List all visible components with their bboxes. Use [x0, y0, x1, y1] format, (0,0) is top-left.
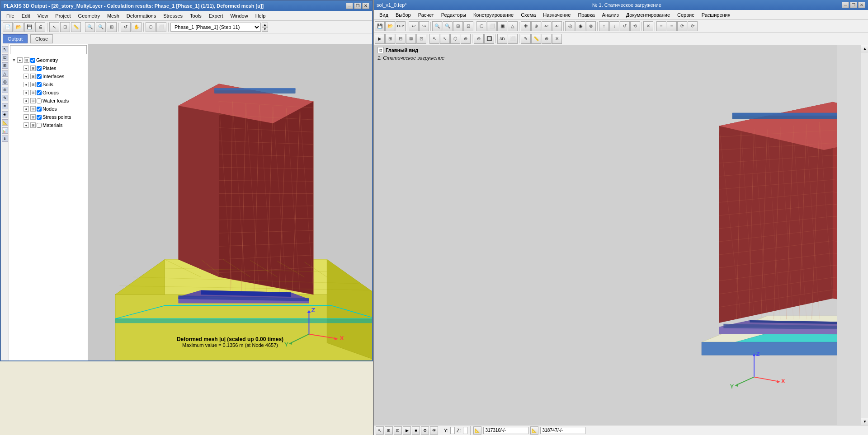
rt-more4[interactable]: ⟳ [688, 21, 698, 31]
zoom-in-btn[interactable]: 🔍 [85, 22, 95, 32]
rt2-15[interactable]: 📏 [531, 34, 541, 44]
bs-play[interactable]: ▶ [403, 426, 411, 435]
right-menu-schema[interactable]: Схема [517, 11, 539, 19]
rt-3d3[interactable]: ▣ [497, 21, 507, 31]
interfaces-checkbox[interactable] [37, 74, 42, 79]
menu-file[interactable]: File [3, 12, 18, 19]
menu-edit[interactable]: Edit [18, 12, 34, 19]
tree-item-nodes[interactable]: ▶ ● ⊞ Nodes [10, 105, 87, 113]
rt2-10[interactable]: ⊛ [474, 34, 484, 44]
rt2-14[interactable]: ✎ [521, 34, 531, 44]
right-menu-construction[interactable]: Конструирование [470, 11, 517, 19]
rt2-1[interactable]: ▶ [375, 34, 385, 44]
right-menu-view[interactable]: Вид [376, 11, 392, 19]
rt-load3[interactable]: ↺ [620, 21, 630, 31]
rt-save[interactable]: 💾 [375, 21, 385, 31]
rt-more2[interactable]: ≡ [667, 21, 677, 31]
rt2-13[interactable]: ⬜ [508, 34, 518, 44]
menu-window[interactable]: Window [227, 12, 252, 19]
soils-checkbox[interactable] [37, 82, 42, 87]
rt2-11[interactable]: 🔲 [484, 34, 494, 44]
icon-btn-3[interactable]: ⊞ [2, 62, 8, 69]
right-maximize-btn[interactable]: ❐ [850, 2, 857, 8]
stresspoints-visibility-icon[interactable]: ● [24, 114, 29, 120]
bs-coord2[interactable]: 📐 [530, 426, 538, 435]
rt-node1[interactable]: ◎ [565, 21, 575, 31]
materials-layer-icon[interactable]: ⊞ [30, 122, 36, 128]
icon-btn-10[interactable]: 📐 [2, 119, 8, 126]
right-menu-analysis[interactable]: Анализ [599, 11, 623, 19]
right-close-btn[interactable]: ✕ [858, 2, 865, 8]
rt-node2[interactable]: ◉ [576, 21, 585, 31]
plates-checkbox[interactable] [37, 66, 42, 71]
groups-layer-icon[interactable]: ⊞ [30, 90, 36, 95]
groups-checkbox[interactable] [37, 90, 42, 95]
icon-btn-1[interactable]: ↖ [2, 46, 8, 52]
icon-btn-7[interactable]: ✎ [2, 95, 8, 101]
stresspoints-layer-icon[interactable]: ⊞ [30, 114, 36, 120]
icon-btn-9[interactable]: ◈ [2, 111, 8, 117]
close-button[interactable]: ✕ [362, 3, 369, 9]
right-minimize-btn[interactable]: ─ [842, 2, 849, 8]
open-btn[interactable]: 📂 [14, 22, 24, 32]
phase-up-btn[interactable]: ▲ [262, 23, 268, 27]
measure-btn[interactable]: 📏 [71, 22, 81, 32]
front-btn[interactable]: ⬜ [156, 22, 166, 32]
rt-load4[interactable]: ⟲ [630, 21, 640, 31]
tree-item-plates[interactable]: ▶ ● ⊞ Plates [10, 64, 87, 72]
tree-item-materials[interactable]: ▶ ● ⊞ Materials [10, 121, 87, 129]
icon-btn-4[interactable]: △ [2, 70, 8, 77]
right-menu-select[interactable]: Выбор [392, 11, 415, 19]
right-menu-extend[interactable]: Расширения [698, 11, 734, 19]
materials-visibility-icon[interactable]: ● [24, 122, 29, 128]
nodes-visibility-icon[interactable]: ● [24, 106, 29, 112]
rt-snap2[interactable]: ⊕ [531, 21, 541, 31]
icon-btn-5[interactable]: ◎ [2, 79, 8, 85]
rt2-16[interactable]: ⊕ [542, 34, 552, 44]
icon-btn-2[interactable]: ⊡ [2, 54, 8, 61]
rt2-8[interactable]: ⬡ [450, 34, 460, 44]
rt-zoom3[interactable]: ⊞ [453, 21, 463, 31]
right-menu-assign[interactable]: Назначение [539, 11, 574, 19]
menu-mesh[interactable]: Mesh [104, 12, 123, 19]
rotate-btn[interactable]: ↺ [121, 22, 131, 32]
menu-geometry[interactable]: Geometry [75, 12, 104, 19]
right-menu-editors[interactable]: Редакторы [438, 11, 470, 19]
plates-layer-icon[interactable]: ⊞ [30, 65, 36, 71]
iso-btn[interactable]: ⬡ [146, 22, 156, 32]
rt2-3[interactable]: ⊟ [396, 34, 406, 44]
bs-grid[interactable]: ⊞ [385, 426, 393, 435]
minimize-button[interactable]: ─ [346, 3, 353, 9]
rt-fep[interactable]: FEP [396, 21, 406, 31]
rt-node3[interactable]: ⊗ [586, 21, 596, 31]
scroll-down-btn[interactable]: ▼ [861, 418, 868, 425]
print-btn[interactable]: 🖨 [35, 22, 45, 32]
icon-btn-6[interactable]: ⊕ [2, 87, 8, 93]
select-btn[interactable]: ⊡ [60, 22, 70, 32]
cursor-btn[interactable]: ↖ [49, 22, 59, 32]
tree-item-geometry[interactable]: ▼ ● ⊞ Geometry [10, 56, 87, 64]
bs-stop[interactable]: ■ [412, 426, 420, 435]
soils-visibility-icon[interactable]: ● [24, 82, 29, 87]
rt-more3[interactable]: ⟳ [677, 21, 687, 31]
phase-down-btn[interactable]: ▼ [262, 27, 268, 32]
bs-coord1[interactable]: 📐 [473, 426, 481, 435]
bs-cursor[interactable]: ↖ [376, 426, 384, 435]
menu-deformations[interactable]: Deformations [123, 12, 160, 19]
output-button[interactable]: Output [3, 34, 28, 43]
rt-load2[interactable]: ↓ [609, 21, 619, 31]
rt-text1[interactable]: A↑ [542, 21, 552, 31]
zoom-out-btn[interactable]: 🔍 [96, 22, 106, 32]
maximize-button[interactable]: ❐ [354, 3, 361, 9]
rt2-2[interactable]: ⊞ [385, 34, 395, 44]
rt-zoom1[interactable]: 🔍 [432, 21, 442, 31]
rt-text2[interactable]: Aı [552, 21, 562, 31]
materials-checkbox[interactable] [37, 123, 42, 128]
new-btn[interactable]: 📄 [3, 22, 13, 32]
right-menu-edit[interactable]: Правка [574, 11, 598, 19]
right-3d-viewport[interactable]: ⊡ Главный вид 1. Статическое загружение … [374, 45, 868, 425]
waterloads-layer-icon[interactable]: ⊞ [30, 98, 36, 103]
pan-btn[interactable]: ✋ [132, 22, 142, 32]
menu-expert[interactable]: Expert [205, 12, 227, 19]
rt2-12[interactable]: 3D [497, 34, 507, 44]
